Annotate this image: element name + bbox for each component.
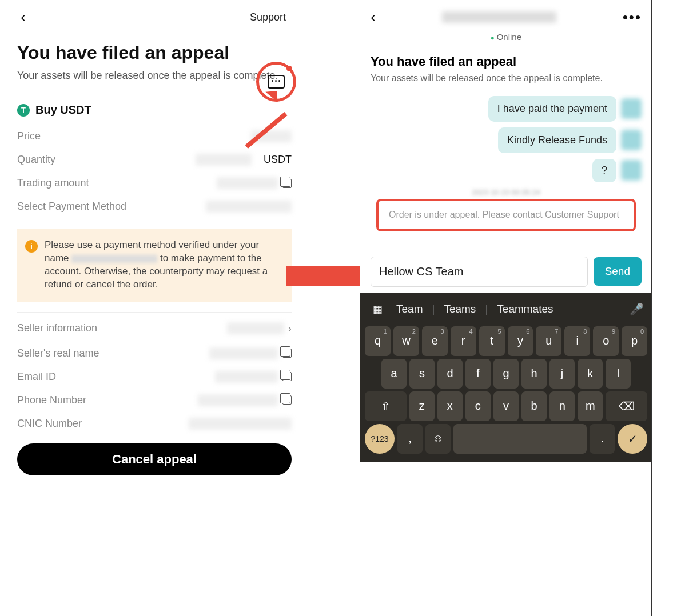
key-n[interactable]: n xyxy=(549,391,575,421)
trading-amount-value: xxxxxxxxxxx xyxy=(217,177,278,189)
seller-real-name-value: xxxxx xyxy=(209,347,278,359)
microphone-icon[interactable]: 🎤 xyxy=(630,302,644,316)
key-b[interactable]: b xyxy=(521,391,547,421)
keyboard-suggestion[interactable]: Teammates xyxy=(491,301,559,318)
key-h[interactable]: h xyxy=(521,359,547,389)
key-e[interactable]: e3 xyxy=(422,326,448,356)
seller-real-name-label: Seller's real name xyxy=(17,347,99,359)
seller-information-row[interactable]: Seller information xxxxx › xyxy=(17,313,292,342)
key-q[interactable]: q1 xyxy=(365,326,391,356)
back-button[interactable]: ‹ xyxy=(371,8,376,26)
enter-key[interactable]: ✓ xyxy=(618,424,647,454)
chat-timestamp: 2023 10 23 00:35:24 xyxy=(371,188,642,197)
phone-number-value: xxxxx xyxy=(198,394,278,406)
notice-name-redacted xyxy=(71,255,157,263)
phone-number-label: Phone Number xyxy=(17,394,86,406)
avatar xyxy=(621,160,642,181)
more-options-icon[interactable]: ••• xyxy=(623,9,642,26)
online-status: Online xyxy=(360,32,652,42)
email-id-value: xxxxx xyxy=(215,371,278,383)
seller-info-value: xxxxx xyxy=(227,322,284,334)
chat-message-sent: ? xyxy=(592,159,616,182)
chevron-right-icon: › xyxy=(288,322,292,335)
tether-icon: T xyxy=(17,104,30,117)
price-label: Price xyxy=(17,130,41,142)
copy-icon[interactable] xyxy=(282,349,292,358)
divider xyxy=(17,93,292,93)
backspace-key[interactable]: ⌫ xyxy=(606,391,647,421)
avatar xyxy=(621,130,642,150)
keyboard-suggestion[interactable]: Teams xyxy=(438,301,481,318)
email-id-label: Email ID xyxy=(17,371,56,383)
key-g[interactable]: g xyxy=(493,359,519,389)
key-u[interactable]: u7 xyxy=(536,326,561,356)
send-button[interactable]: Send xyxy=(594,257,642,286)
key-o[interactable]: o9 xyxy=(593,326,619,356)
info-icon: i xyxy=(25,240,38,253)
payment-method-label: Select Payment Method xyxy=(17,201,126,213)
chat-appeal-title: You have filed an appeal xyxy=(371,54,642,69)
key-i[interactable]: i8 xyxy=(564,326,590,356)
appeal-notice-text: Order is under appeal. Please contact Cu… xyxy=(389,209,623,221)
copy-icon[interactable] xyxy=(282,372,292,381)
key-x[interactable]: x xyxy=(437,391,463,421)
appeal-notice-highlight-box: Order is under appeal. Please contact Cu… xyxy=(376,199,636,231)
space-key[interactable] xyxy=(453,424,587,454)
cnic-number-value: xxxxx xyxy=(189,418,292,430)
key-l[interactable]: l xyxy=(606,359,631,389)
cnic-number-label: CNIC Number xyxy=(17,418,82,430)
chat-peer-name xyxy=(442,11,556,23)
key-j[interactable]: j xyxy=(549,359,575,389)
key-f[interactable]: f xyxy=(465,359,491,389)
numeric-key[interactable]: ?123 xyxy=(365,424,395,454)
chat-message-sent: I have paid the payment xyxy=(488,96,616,122)
back-button[interactable]: ‹ xyxy=(17,6,29,29)
key-d[interactable]: d xyxy=(437,359,463,389)
payment-method-value: xxxxxxxxxxxxxx xyxy=(206,201,292,213)
key-a[interactable]: a xyxy=(381,359,407,389)
chat-message-sent: Kindly Release Funds xyxy=(498,127,616,153)
copy-icon[interactable] xyxy=(282,179,292,188)
soft-keyboard: ▦ Team | Teams | Teammates 🎤 q1w2e3r4t5y… xyxy=(360,293,652,462)
cancel-appeal-button[interactable]: Cancel appeal xyxy=(17,443,292,475)
key-k[interactable]: k xyxy=(578,359,603,389)
payment-notice: i Please use a payment method verified u… xyxy=(17,229,292,302)
key-m[interactable]: m xyxy=(578,391,603,421)
key-c[interactable]: c xyxy=(465,391,491,421)
notification-dot-icon xyxy=(286,66,292,71)
key-w[interactable]: w2 xyxy=(393,326,419,356)
key-t[interactable]: t5 xyxy=(479,326,505,356)
keyboard-suggestion[interactable]: Team xyxy=(391,301,428,318)
trading-amount-label: Trading amount xyxy=(17,177,89,189)
shift-key[interactable]: ⇧ xyxy=(365,391,407,421)
message-input[interactable] xyxy=(371,257,588,287)
key-s[interactable]: s xyxy=(409,359,435,389)
key-y[interactable]: y6 xyxy=(508,326,533,356)
coin-label: Buy USDT xyxy=(35,103,91,117)
quantity-value: xxxxxxxxxx xyxy=(196,154,252,166)
copy-icon[interactable] xyxy=(282,395,292,405)
support-link[interactable]: Support xyxy=(250,11,286,23)
key-p[interactable]: p0 xyxy=(622,326,647,356)
period-key[interactable]: . xyxy=(590,424,615,454)
chat-appeal-subtitle: Your assets will be released once the ap… xyxy=(371,73,642,85)
keyboard-grid-icon[interactable]: ▦ xyxy=(368,301,387,318)
comma-key[interactable]: , xyxy=(397,424,423,454)
appeal-title: You have filed an appeal xyxy=(17,42,292,63)
key-r[interactable]: r4 xyxy=(451,326,476,356)
appeal-subtitle: Your assets will be released once the ap… xyxy=(17,69,292,82)
key-z[interactable]: z xyxy=(409,391,435,421)
quantity-unit: USDT xyxy=(264,154,292,166)
key-v[interactable]: v xyxy=(493,391,519,421)
emoji-key[interactable]: ☺ xyxy=(425,424,451,454)
seller-info-label: Seller information xyxy=(17,322,97,334)
quantity-label: Quantity xyxy=(17,154,55,166)
avatar xyxy=(621,98,642,119)
